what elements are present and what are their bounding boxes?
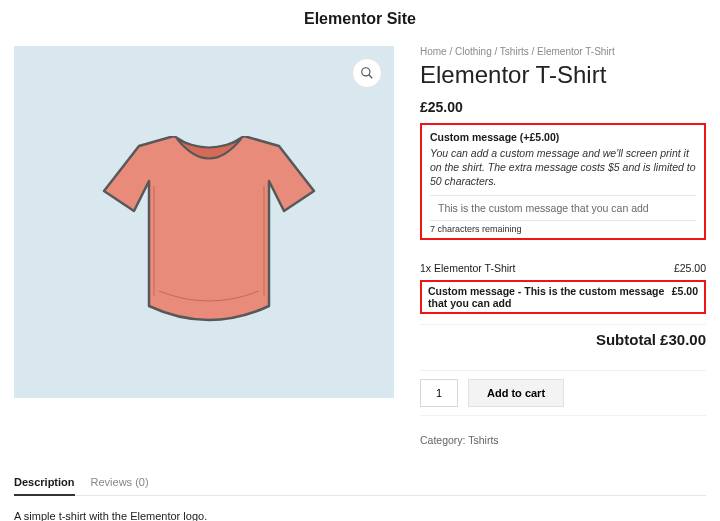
tab-content-description: A simple t-shirt with the Elementor logo… [14, 510, 706, 521]
subtotal-label: Subtotal [596, 331, 656, 348]
addon-help: You can add a custom message and we'll s… [430, 146, 696, 189]
quantity-input[interactable] [420, 379, 458, 407]
addon-label: Custom message (+£5.00) [430, 131, 696, 143]
tab-description[interactable]: Description [14, 476, 75, 496]
product-title: Elementor T-Shirt [420, 61, 706, 89]
product-price: £25.00 [420, 99, 706, 115]
category-link[interactable]: Tshirts [468, 434, 498, 446]
line-amount: £25.00 [674, 262, 706, 274]
line-item-product: 1x Elementor T-Shirt £25.00 [420, 258, 706, 278]
product-image [99, 136, 319, 326]
product-meta: Category: Tshirts [420, 434, 706, 446]
product-tabs: Description Reviews (0) [14, 476, 706, 496]
chars-remaining: 7 characters remaining [430, 221, 696, 234]
tab-reviews[interactable]: Reviews (0) [91, 476, 149, 495]
add-to-cart-button[interactable]: Add to cart [468, 379, 564, 407]
category-label: Category: [420, 434, 466, 446]
subtotal-amount: £30.00 [660, 331, 706, 348]
line-label: Custom message - This is the custom mess… [428, 285, 672, 309]
custom-message-addon: Custom message (+£5.00) You can add a cu… [420, 123, 706, 240]
line-amount: £5.00 [672, 285, 698, 309]
custom-message-input[interactable] [430, 195, 696, 221]
svg-line-1 [369, 75, 373, 79]
line-label: 1x Elementor T-Shirt [420, 262, 516, 274]
svg-point-0 [362, 68, 370, 76]
line-item-addon: Custom message - This is the custom mess… [420, 280, 706, 314]
product-gallery[interactable] [14, 46, 394, 398]
zoom-icon[interactable] [352, 58, 382, 88]
breadcrumb[interactable]: Home / Clothing / Tshirts / Elementor T-… [420, 46, 706, 57]
site-title: Elementor Site [14, 10, 706, 28]
subtotal: Subtotal £30.00 [420, 324, 706, 348]
